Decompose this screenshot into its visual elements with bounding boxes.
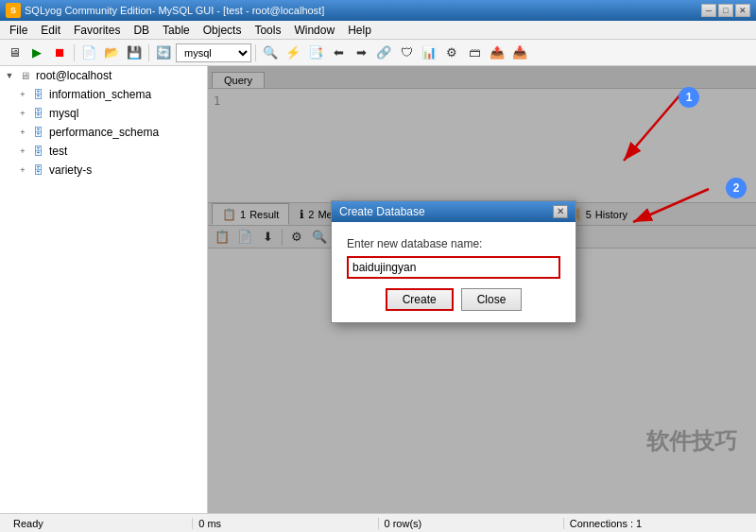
arrow-2 xyxy=(624,180,737,236)
modal-buttons: Create Close xyxy=(347,288,560,311)
menu-edit[interactable]: Edit xyxy=(35,22,66,39)
toolbar-btn-1[interactable]: 🔍 xyxy=(260,43,281,63)
arrow-1 xyxy=(605,90,718,175)
db-icon-4: 🗄 xyxy=(30,163,45,178)
db-icon-0: 🗄 xyxy=(30,87,45,102)
toolbar-btn-12[interactable]: 📥 xyxy=(509,43,530,63)
expand-variety-s[interactable]: + xyxy=(17,164,28,176)
sidebar-item-variety-s[interactable]: + 🗄 variety-s xyxy=(0,161,207,180)
app-icon: S xyxy=(6,3,21,18)
sidebar-item-performance_schema[interactable]: + 🗄 performance_schema xyxy=(0,123,207,142)
sidebar-label-variety-s: variety-s xyxy=(49,163,92,177)
menu-objects[interactable]: Objects xyxy=(198,22,248,39)
database-selector[interactable]: mysql information_schema performance_sch… xyxy=(176,43,251,62)
expand-root[interactable]: ▼ xyxy=(4,70,15,81)
toolbar: 🖥 ▶ ⏹ 📄 📂 💾 🔄 mysql information_schema p… xyxy=(0,40,756,66)
sidebar-root[interactable]: ▼ 🖥 root@localhost xyxy=(0,66,207,85)
root-label: root@localhost xyxy=(36,69,112,82)
title-bar-left: S SQLyog Community Edition- MySQL GUI - … xyxy=(6,3,324,18)
title-bar: S SQLyog Community Edition- MySQL GUI - … xyxy=(0,0,756,21)
status-connections: Connections : 1 xyxy=(564,518,748,529)
expand-information_schema[interactable]: + xyxy=(17,89,28,100)
modal-title: Create Database xyxy=(339,205,425,218)
annotation-2-text: 2 xyxy=(733,181,740,195)
menu-favorites[interactable]: Favorites xyxy=(68,22,126,39)
toolbar-btn-10[interactable]: 🗃 xyxy=(464,43,485,63)
expand-performance_schema[interactable]: + xyxy=(17,127,28,138)
minimize-button[interactable]: ─ xyxy=(701,4,716,17)
new-connection-button[interactable]: 🖥 xyxy=(4,43,25,63)
toolbar-btn-3[interactable]: 📑 xyxy=(305,43,326,63)
db-icon-1: 🗄 xyxy=(30,106,45,121)
database-name-input[interactable] xyxy=(347,256,560,279)
refresh-button[interactable]: 🔄 xyxy=(153,43,174,63)
status-ready: Ready xyxy=(8,518,193,529)
execute-button[interactable]: ▶ xyxy=(26,43,47,63)
modal-label: Enter new database name: xyxy=(347,237,560,250)
open-file-button[interactable]: 📂 xyxy=(101,43,122,63)
db-icon-3: 🗄 xyxy=(30,144,45,159)
menu-db[interactable]: DB xyxy=(128,22,155,39)
status-rows: 0 row(s) xyxy=(379,518,564,529)
expand-test[interactable]: + xyxy=(17,146,28,157)
menu-bar: File Edit Favorites DB Table Objects Too… xyxy=(0,21,756,40)
window-controls[interactable]: ─ □ ✕ xyxy=(701,4,750,17)
toolbar-btn-2[interactable]: ⚡ xyxy=(283,43,303,63)
sidebar-item-test[interactable]: + 🗄 test xyxy=(0,142,207,161)
svg-line-1 xyxy=(624,94,680,161)
toolbar-btn-8[interactable]: 📊 xyxy=(419,43,439,63)
db-icon-2: 🗄 xyxy=(30,125,45,140)
toolbar-btn-7[interactable]: 🛡 xyxy=(396,43,417,63)
toolbar-btn-9[interactable]: ⚙ xyxy=(441,43,462,63)
modal-overlay: 1 2 Create Database xyxy=(208,66,756,513)
menu-file[interactable]: File xyxy=(4,22,33,39)
save-file-button[interactable]: 💾 xyxy=(124,43,145,63)
close-button[interactable]: ✕ xyxy=(735,4,750,17)
toolbar-btn-11[interactable]: 📤 xyxy=(487,43,507,63)
menu-table[interactable]: Table xyxy=(157,22,196,39)
expand-mysql[interactable]: + xyxy=(17,108,28,119)
sidebar-item-mysql[interactable]: + 🗄 mysql xyxy=(0,104,207,123)
sidebar-item-information_schema[interactable]: + 🗄 information_schema xyxy=(0,85,207,104)
maximize-button[interactable]: □ xyxy=(718,4,733,17)
monitor-icon: 🖥 xyxy=(17,68,32,83)
content-area: Query 1 📋 1 Result ℹ 2 Messages xyxy=(208,66,756,513)
modal-title-bar: Create Database ✕ xyxy=(332,201,576,222)
menu-window[interactable]: Window xyxy=(288,22,340,39)
status-time: 0 ms xyxy=(193,518,378,529)
separator-2 xyxy=(148,44,149,61)
window-title: SQLyog Community Edition- MySQL GUI - [t… xyxy=(25,5,324,16)
sidebar-label-mysql: mysql xyxy=(49,107,78,120)
main-layout: ▼ 🖥 root@localhost + 🗄 information_schem… xyxy=(0,66,756,513)
toolbar-btn-4[interactable]: ⬅ xyxy=(328,43,349,63)
close-button-modal[interactable]: Close xyxy=(461,288,523,311)
create-database-modal: Create Database ✕ Enter new database nam… xyxy=(331,200,576,323)
menu-tools[interactable]: Tools xyxy=(249,22,286,39)
sidebar-label-test: test xyxy=(49,145,67,158)
separator-1 xyxy=(74,44,75,61)
toolbar-btn-6[interactable]: 🔗 xyxy=(373,43,394,63)
annotation-1-text: 1 xyxy=(686,91,693,104)
sidebar-label-performance_schema: performance_schema xyxy=(49,126,159,139)
svg-line-3 xyxy=(633,189,709,222)
stop-button[interactable]: ⏹ xyxy=(49,43,70,63)
toolbar-btn-5[interactable]: ➡ xyxy=(351,43,371,63)
separator-3 xyxy=(255,44,256,61)
create-button[interactable]: Create xyxy=(386,288,454,311)
annotation-circle-2: 2 xyxy=(726,178,747,198)
status-bar: Ready 0 ms 0 row(s) Connections : 1 xyxy=(0,513,756,532)
modal-close-button[interactable]: ✕ xyxy=(553,205,568,218)
modal-body: Enter new database name: Create Close xyxy=(332,222,576,322)
menu-help[interactable]: Help xyxy=(342,22,377,39)
new-query-button[interactable]: 📄 xyxy=(78,43,99,63)
sidebar: ▼ 🖥 root@localhost + 🗄 information_schem… xyxy=(0,66,208,513)
sidebar-label-information_schema: information_schema xyxy=(49,88,151,101)
annotation-circle-1: 1 xyxy=(679,87,699,108)
